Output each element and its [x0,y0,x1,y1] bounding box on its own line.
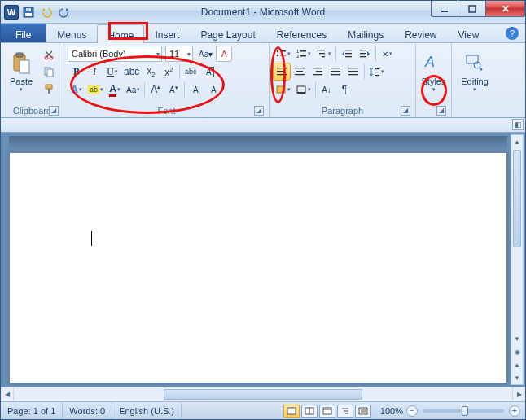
help-icon[interactable]: ? [506,27,519,40]
prev-page-icon[interactable]: ▲ [511,358,523,371]
word-app-icon[interactable]: W [4,5,19,20]
zoom-slider[interactable] [423,409,504,413]
character-shading-icon[interactable]: Aa [125,81,142,98]
tab-insert[interactable]: Insert [144,24,190,42]
enclose-characters-icon[interactable]: A [187,81,204,98]
vertical-scrollbar[interactable]: ▲ ▼ ◉ ▲ ▼ [511,134,524,385]
numbering-icon[interactable]: 12 [294,46,313,62]
svg-point-54 [474,62,480,68]
tab-file[interactable]: File [1,24,46,42]
shrink-font-icon[interactable]: A▾ [165,81,182,98]
font-size-combo[interactable]: 11 [165,46,193,62]
page-sheet[interactable] [9,152,507,383]
next-page-icon[interactable]: ▼ [511,371,523,384]
justify-icon[interactable] [327,63,344,80]
full-screen-reading-view-icon[interactable] [301,405,318,418]
clipboard-group-label: Clipboard ◢ [4,104,60,117]
phonetic-guide-icon[interactable]: abc [182,63,199,80]
editing-group-label [455,104,494,117]
styles-label: Styles [422,77,446,86]
status-language[interactable]: English (U.S.) [112,402,182,419]
bold-button[interactable]: B [68,63,85,80]
outline-view-icon[interactable] [337,405,353,418]
font-launcher[interactable]: ◢ [254,106,264,116]
horizontal-scrollbar[interactable]: ◀ ▶ [1,387,525,401]
strikethrough-button[interactable]: abc [122,63,141,80]
zoom-out-button[interactable]: − [406,405,418,417]
maximize-button[interactable] [458,1,486,17]
cut-icon[interactable] [41,46,57,63]
styles-launcher[interactable]: ◢ [436,106,446,116]
ruler-toggle-icon[interactable]: ◧ [512,119,524,130]
clipboard-launcher[interactable]: ◢ [49,106,59,116]
tab-review[interactable]: Review [394,24,447,42]
subscript-button[interactable]: x2 [142,63,159,80]
tab-menus[interactable]: Menus [46,24,97,42]
distributed-icon[interactable] [345,63,362,80]
svg-rect-12 [46,85,52,89]
zoom-level[interactable]: 100% [377,402,406,419]
status-page[interactable]: Page: 1 of 1 [1,402,63,419]
tab-mailings[interactable]: Mailings [337,24,394,42]
borders-icon[interactable] [294,81,313,98]
tab-view[interactable]: View [448,24,490,42]
editing-label: Editing [461,77,489,86]
svg-rect-57 [305,408,309,414]
undo-icon[interactable] [38,4,55,20]
align-right-icon[interactable] [309,63,326,80]
hscroll-thumb[interactable] [164,389,363,400]
save-icon[interactable] [20,4,37,20]
show-marks-icon[interactable]: ¶ [336,81,353,98]
minimize-button[interactable] [431,1,458,17]
align-center-icon[interactable] [291,63,308,80]
scroll-left-icon[interactable]: ◀ [1,387,14,401]
shading-icon[interactable] [274,81,292,98]
tab-page-layout[interactable]: Page Layout [190,24,265,42]
change-case-icon[interactable]: Aa▾ [197,46,214,62]
clear-formatting-icon[interactable]: A [216,46,232,62]
close-button[interactable]: ✕ [486,1,525,17]
web-layout-view-icon[interactable] [319,405,335,418]
superscript-button[interactable]: x2 [160,63,177,80]
paste-button[interactable]: Paste ▾ [4,45,38,100]
format-painter-icon[interactable] [41,81,57,97]
grow-font-icon[interactable]: A▴ [147,81,164,98]
scroll-up-icon[interactable]: ▲ [511,135,523,148]
svg-rect-49 [277,86,285,93]
text-effects-icon[interactable]: A [68,81,85,98]
character-scaling-icon[interactable]: A [205,81,221,98]
svg-rect-41 [331,71,340,72]
bullets-icon[interactable] [274,46,292,62]
status-words[interactable]: Words: 0 [63,402,112,419]
browse-object-icon[interactable]: ◉ [511,345,523,358]
zoom-in-button[interactable]: + [509,405,520,417]
redo-icon[interactable] [56,4,72,20]
italic-button[interactable]: I [86,63,103,80]
decrease-indent-icon[interactable] [339,46,355,62]
page-top-shadow [9,136,507,151]
character-border-icon[interactable]: A [200,63,217,80]
qat-customize-dropdown[interactable] [74,4,90,20]
scroll-down-icon[interactable]: ▼ [511,332,523,345]
copy-icon[interactable] [41,63,57,80]
tab-references[interactable]: References [266,24,337,42]
tab-home[interactable]: Home [97,24,144,43]
multilevel-list-icon[interactable] [314,46,333,62]
font-color-icon[interactable]: A [107,81,123,98]
highlight-icon[interactable]: ab [86,81,105,98]
underline-button[interactable]: U [104,63,121,80]
scroll-thumb[interactable] [513,150,521,247]
draft-view-icon[interactable] [355,405,371,418]
print-layout-view-icon[interactable] [283,405,300,418]
increase-indent-icon[interactable] [357,46,373,62]
line-spacing-icon[interactable] [367,63,386,80]
styles-button[interactable]: A Styles ▾ [419,45,448,100]
sort-icon[interactable]: A↓ [318,81,335,98]
font-family-combo[interactable]: Calibri (Body) [68,46,162,62]
asian-layout-icon[interactable]: ✕ [379,46,395,62]
zoom-slider-knob[interactable] [462,406,468,416]
editing-button[interactable]: Editing ▾ [458,45,492,100]
align-left-icon[interactable] [274,63,290,80]
scroll-right-icon[interactable]: ▶ [512,387,525,401]
paragraph-launcher[interactable]: ◢ [401,106,410,116]
